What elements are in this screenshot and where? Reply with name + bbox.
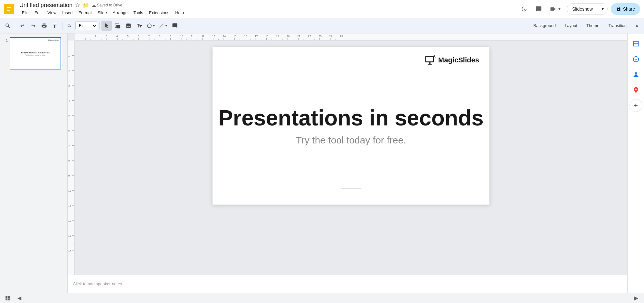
redo-button[interactable]: ↪ bbox=[28, 21, 38, 31]
svg-text:13: 13 bbox=[212, 35, 215, 38]
menu-format[interactable]: Format bbox=[76, 9, 94, 16]
svg-text:2: 2 bbox=[95, 35, 97, 38]
slideshow-button[interactable]: Slideshow bbox=[567, 3, 598, 15]
cursor-button[interactable] bbox=[101, 21, 112, 31]
undo-button[interactable]: ↩ bbox=[17, 21, 27, 31]
tasks-icon[interactable] bbox=[630, 53, 642, 66]
svg-text:1: 1 bbox=[68, 54, 70, 57]
comments-button[interactable] bbox=[533, 3, 545, 15]
svg-rect-126 bbox=[426, 57, 433, 61]
layout-button[interactable]: Layout bbox=[562, 22, 581, 29]
background-button[interactable]: Background bbox=[530, 22, 559, 29]
folder-icon[interactable]: 📁 bbox=[83, 2, 89, 8]
zoom-select[interactable]: Fit 50% 75% 100% 125% 150% bbox=[75, 21, 97, 30]
svg-text:13: 13 bbox=[68, 234, 71, 237]
slide-panel: 1 🎞MagicSlides Presentations in seconds … bbox=[0, 33, 68, 293]
cloud-icon: ☁ bbox=[92, 3, 96, 8]
svg-text:11: 11 bbox=[191, 35, 194, 38]
magic-slides-text: MagicSlides bbox=[438, 56, 479, 64]
select-button[interactable] bbox=[112, 21, 123, 31]
menu-arrange[interactable]: Arrange bbox=[110, 9, 130, 16]
svg-text:10: 10 bbox=[180, 35, 183, 38]
slide-subtitle[interactable]: Try the tool today for free. bbox=[296, 135, 406, 146]
text-button[interactable] bbox=[134, 21, 145, 31]
map-pin-icon[interactable] bbox=[630, 84, 642, 96]
menu-help[interactable]: Help bbox=[173, 9, 186, 16]
svg-text:2: 2 bbox=[68, 69, 70, 72]
toolbar-collapse-button[interactable]: ▲ bbox=[632, 21, 641, 30]
svg-text:3: 3 bbox=[68, 84, 70, 87]
svg-text:15: 15 bbox=[233, 35, 236, 38]
svg-text:8: 8 bbox=[68, 159, 70, 162]
theme-button[interactable]: Theme bbox=[583, 22, 602, 29]
version-history-button[interactable] bbox=[518, 3, 530, 15]
title-bar: Untitled presentation ☆ 📁 ☁ Saved to Dri… bbox=[0, 0, 644, 18]
svg-text:20: 20 bbox=[287, 35, 290, 38]
svg-text:12: 12 bbox=[202, 35, 204, 38]
slide-thumbnail-1[interactable]: 🎞MagicSlides Presentations in seconds Tr… bbox=[10, 37, 61, 69]
doc-title[interactable]: Untitled presentation bbox=[19, 2, 72, 9]
svg-text:7: 7 bbox=[68, 144, 70, 147]
table-chart-icon[interactable] bbox=[630, 37, 642, 50]
meet-button[interactable]: ▼ bbox=[548, 3, 564, 15]
svg-text:10: 10 bbox=[68, 189, 71, 192]
svg-text:24: 24 bbox=[329, 35, 332, 38]
zoom-out-button[interactable] bbox=[64, 21, 75, 31]
share-label: Share bbox=[623, 6, 635, 12]
transition-button[interactable]: Transition bbox=[605, 22, 630, 29]
slide-main-title[interactable]: Presentations in seconds bbox=[218, 106, 484, 130]
menu-extensions[interactable]: Extensions bbox=[147, 9, 172, 16]
svg-text:4: 4 bbox=[116, 35, 118, 38]
canvas-wrap[interactable]: MagicSlides Presentations in seconds Try… bbox=[75, 41, 627, 275]
ruler-area: 1234567891011121314 bbox=[68, 41, 627, 275]
svg-text:1: 1 bbox=[84, 35, 86, 38]
svg-rect-128 bbox=[428, 64, 432, 65]
menu-insert[interactable]: Insert bbox=[60, 9, 75, 16]
slide-thumb-wrap-1: 1 🎞MagicSlides Presentations in seconds … bbox=[3, 37, 65, 69]
image-button[interactable] bbox=[123, 21, 134, 31]
thumb-subtitle: Try the tool today for free. bbox=[25, 54, 46, 56]
menu-file[interactable]: File bbox=[19, 9, 31, 16]
svg-text:14: 14 bbox=[223, 35, 226, 38]
svg-text:6: 6 bbox=[68, 129, 70, 132]
slide-divider-line bbox=[341, 188, 361, 188]
shape-button[interactable]: ▼ bbox=[145, 21, 157, 31]
speaker-notes[interactable]: Click to add speaker notes bbox=[68, 275, 627, 293]
svg-text:4: 4 bbox=[68, 99, 70, 102]
divider-1 bbox=[15, 22, 15, 30]
star-icon[interactable]: ☆ bbox=[75, 2, 80, 9]
menu-slide[interactable]: Slide bbox=[95, 9, 109, 16]
print-button[interactable] bbox=[39, 21, 49, 31]
add-icon[interactable]: + bbox=[630, 99, 642, 112]
main-content: 1 🎞MagicSlides Presentations in seconds … bbox=[0, 33, 644, 293]
toolbar-right: Background Layout Theme Transition ▲ bbox=[530, 21, 641, 30]
svg-rect-1 bbox=[7, 7, 11, 8]
slideshow-dropdown-button[interactable]: ▼ bbox=[598, 3, 608, 15]
slide-logo-area: MagicSlides bbox=[425, 54, 479, 66]
search-button[interactable] bbox=[3, 21, 13, 31]
svg-text:6: 6 bbox=[137, 35, 139, 38]
svg-text:3: 3 bbox=[106, 35, 107, 38]
collapse-panel-button[interactable]: ◀ bbox=[15, 294, 24, 303]
menu-edit[interactable]: Edit bbox=[32, 9, 44, 16]
menu-view[interactable]: View bbox=[45, 9, 59, 16]
svg-text:22: 22 bbox=[308, 35, 311, 38]
magic-slides-icon: MagicSlides bbox=[425, 54, 479, 66]
menu-tools[interactable]: Tools bbox=[131, 9, 146, 16]
app-logo bbox=[4, 4, 14, 14]
svg-text:7: 7 bbox=[148, 35, 150, 38]
line-button[interactable]: ▼ bbox=[157, 21, 169, 31]
svg-point-4 bbox=[147, 24, 151, 28]
svg-line-5 bbox=[160, 24, 164, 28]
comment-button[interactable] bbox=[170, 21, 180, 31]
paint-format-button[interactable] bbox=[50, 21, 60, 31]
svg-text:8: 8 bbox=[159, 35, 161, 38]
slide-canvas[interactable]: MagicSlides Presentations in seconds Try… bbox=[213, 47, 489, 205]
person-icon[interactable] bbox=[630, 68, 642, 81]
grid-view-button[interactable] bbox=[3, 294, 12, 303]
share-button[interactable]: Share bbox=[611, 3, 640, 15]
speaker-notes-placeholder: Click to add speaker notes bbox=[73, 281, 122, 286]
expand-notes-button[interactable]: ▶ bbox=[632, 294, 641, 303]
svg-text:23: 23 bbox=[319, 35, 322, 38]
svg-text:9: 9 bbox=[170, 35, 171, 38]
